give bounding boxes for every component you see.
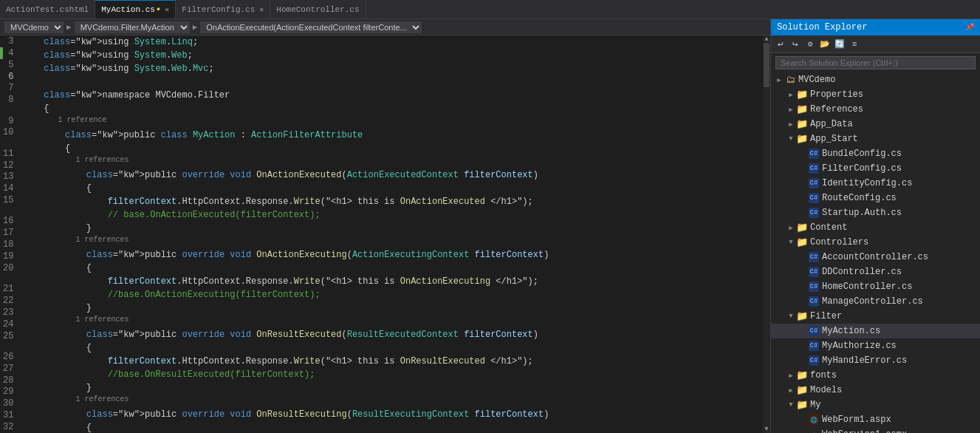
breadcrumb-right[interactable]: OnActionExecuted(ActionExecutedContext f… (200, 21, 422, 33)
tab-actiontest[interactable]: ActionTest.cshtml (0, 0, 95, 18)
code-line[interactable]: filterContext.HttpContext.Response.Write… (22, 355, 763, 368)
code-line[interactable]: filterContext.HttpContext.Response.Write… (22, 195, 763, 208)
code-line[interactable]: } (22, 301, 763, 315)
code-line[interactable]: { (22, 262, 763, 275)
code-line[interactable]: 1 references (22, 235, 763, 248)
se-show-all-btn[interactable]: 📂 (818, 38, 832, 51)
tree-item-mvcDemo[interactable]: ▶🗂MVCdemo (771, 72, 980, 87)
tree-item-appstart[interactable]: ▼📁App_Start (771, 132, 980, 146)
code-line[interactable]: class="kw">namespace MVCdemo.Filter (22, 89, 763, 102)
code-line[interactable]: filterContext.HttpContext.Response.Write… (22, 275, 763, 288)
breadcrumb-mid[interactable]: MVCdemo.Filter.MyAction (75, 21, 190, 33)
tree-arrow[interactable]: ▼ (786, 401, 796, 409)
line-number: 27 (3, 363, 19, 375)
tree-arrow[interactable]: ▶ (786, 120, 796, 129)
code-line[interactable]: class="kw">public override void OnAction… (22, 168, 763, 182)
tree-item-startupauthcs[interactable]: C#Startup.Auth.cs (771, 205, 980, 220)
code-line[interactable]: //base.OnResultExecuted(filterContext); (22, 368, 763, 381)
tree-item-accountcontroller[interactable]: C#AccountController.cs (771, 250, 980, 265)
tree-arrow[interactable]: ▶ (786, 386, 796, 395)
scroll-down-arrow[interactable]: ▼ (763, 426, 770, 433)
line-number: 28 (3, 375, 19, 386)
code-line[interactable]: class="kw">public class MyAction : Actio… (22, 129, 763, 142)
tree-arrow[interactable]: ▶ (786, 224, 796, 232)
tab-homecontroller[interactable]: HomeController.cs (270, 0, 366, 18)
tree-item-label: WebForm1.aspx (822, 415, 891, 425)
code-line[interactable]: { (22, 142, 763, 155)
tree-arrow[interactable]: ▶ (786, 91, 796, 99)
tree-item-filterconfig[interactable]: C#FilterConfig.cs (771, 161, 980, 176)
tree-item-bundleconfig[interactable]: C#BundleConfig.cs (771, 146, 980, 161)
tree-item-appdata[interactable]: ▶📁App_Data (771, 117, 980, 132)
code-line[interactable]: // base.OnActionExecuted(filterContext); (22, 208, 763, 222)
tree-item-myhandleerror[interactable]: C#MyHandleError.cs (771, 353, 980, 368)
icon-cs: C# (808, 281, 820, 293)
tree-arrow[interactable]: ▶ (786, 372, 796, 380)
tree-item-label: References (810, 104, 863, 115)
se-forward-btn[interactable]: ↪ (789, 38, 802, 51)
se-pin-icon[interactable]: 📌 (965, 23, 974, 32)
tree-item-controllers[interactable]: ▼📁Controllers (771, 235, 980, 250)
icon-folder: 📁 (796, 89, 808, 100)
scroll-up-arrow[interactable]: ▲ (763, 35, 770, 43)
se-collapse-btn[interactable]: ≡ (848, 38, 861, 51)
code-line[interactable]: 1 references (22, 395, 763, 408)
tree-item-references[interactable]: ▶📁References (771, 102, 980, 117)
se-back-btn[interactable]: ↩ (774, 38, 787, 51)
tree-item-my[interactable]: ▼📁My (771, 398, 980, 412)
tree-item-identityconfig[interactable]: C#IdentityConfig.cs (771, 176, 980, 191)
line-number: 12 (3, 160, 19, 171)
se-refresh-btn[interactable]: 🔄 (833, 38, 846, 51)
tree-item-webservice1[interactable]: ⚙WebService1.asmx (771, 427, 980, 433)
tree-item-label: MVCdemo (798, 75, 835, 85)
tree-item-myauthorize[interactable]: C#MyAuthorize.cs (771, 338, 980, 353)
solution-explorer: Solution Explorer 📌 ↩ ↪ ⚙ 📂 🔄 ≡ ▶🗂MVCdem… (770, 19, 980, 433)
tree-item-webform1[interactable]: 🌐WebForm1.aspx (771, 412, 980, 427)
code-line[interactable]: class="kw">using System.Linq; (22, 35, 763, 49)
tree-item-routeconfig[interactable]: C#RouteConfig.cs (771, 191, 980, 205)
tree-item-myaction[interactable]: C#MyAction.cs (771, 324, 980, 338)
code-line[interactable]: 1 references (22, 155, 763, 168)
tree-item-content[interactable]: ▶📁Content (771, 220, 980, 235)
se-properties-btn[interactable]: ⚙ (803, 38, 817, 51)
tree-arrow[interactable]: ▼ (786, 313, 796, 320)
code-line[interactable]: 1 reference (22, 115, 763, 129)
tree-arrow[interactable]: ▶ (774, 76, 784, 84)
code-line[interactable] (22, 75, 763, 89)
tab-myaction[interactable]: MyAction.cs ● ✕ (95, 0, 176, 18)
code-line[interactable]: class="kw">public override void OnResult… (22, 328, 763, 341)
code-line[interactable]: { (22, 102, 763, 115)
tab-filterconfig-close[interactable]: ✕ (259, 5, 264, 14)
code-line[interactable]: } (22, 381, 763, 395)
tree-item-models[interactable]: ▶📁Models (771, 383, 980, 398)
tab-filterconfig[interactable]: FilterConfig.cs ✕ (176, 0, 270, 18)
se-search-input[interactable] (775, 56, 976, 69)
code-line[interactable]: } (22, 222, 763, 235)
tree-item-managecontroller[interactable]: C#ManageController.cs (771, 294, 980, 309)
tree-item-ddcontroller[interactable]: C#DDController.cs (771, 265, 980, 279)
tree-arrow[interactable]: ▶ (786, 106, 796, 114)
icon-folder: 📁 (796, 384, 808, 396)
scroll-thumb[interactable] (764, 43, 770, 87)
code-line[interactable]: { (22, 182, 763, 195)
tree-item-filter[interactable]: ▼📁Filter (771, 309, 980, 324)
code-line[interactable]: 1 references (22, 315, 763, 328)
tree-item-properties[interactable]: ▶📁Properties (771, 87, 980, 102)
tab-myaction-close[interactable]: ✕ (165, 5, 169, 14)
code-line[interactable]: class="kw">public override void OnAction… (22, 248, 763, 262)
code-line[interactable]: class="kw">using System.Web; (22, 49, 763, 62)
code-editor[interactable]: class="kw">using System.Linq; class="kw"… (19, 35, 763, 433)
tree-arrow[interactable]: ▼ (786, 135, 796, 143)
code-line[interactable]: class="kw">public override void OnResult… (22, 408, 763, 421)
vertical-scrollbar[interactable]: ▲ ▼ (763, 35, 770, 433)
code-line[interactable]: { (22, 421, 763, 433)
code-line[interactable]: { (22, 341, 763, 355)
code-line[interactable]: class="kw">using System.Web.Mvc; (22, 62, 763, 75)
breadcrumb-left[interactable]: MVCdemo (4, 21, 64, 33)
tree-item-fonts[interactable]: ▶📁fonts (771, 368, 980, 383)
icon-folder: 📁 (796, 133, 808, 145)
icon-folder: 📁 (796, 310, 808, 322)
tree-arrow[interactable]: ▼ (786, 239, 796, 246)
tree-item-homecontroller[interactable]: C#HomeController.cs (771, 279, 980, 294)
code-line[interactable]: //base.OnActionExecuting(filterContext); (22, 288, 763, 301)
